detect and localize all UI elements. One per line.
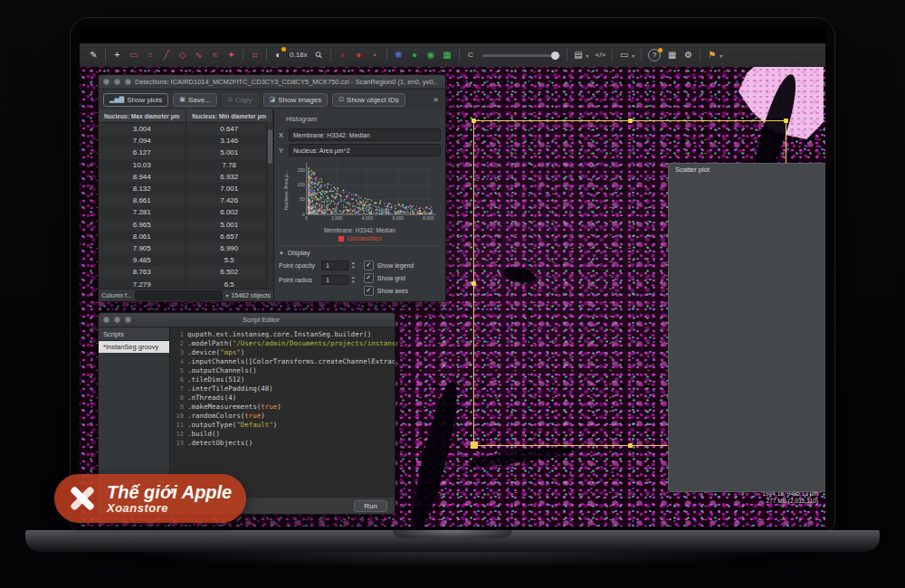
polygon-tool-icon[interactable]: ◇ xyxy=(177,49,187,62)
measurement-tables-icon-caret[interactable]: ▾ xyxy=(586,52,589,59)
rectangle-tool-icon[interactable]: ▭ xyxy=(129,49,138,62)
analysis-pane-icon[interactable]: ▦ xyxy=(667,49,677,62)
checkbox-icon[interactable]: ✓ xyxy=(364,273,374,283)
show-pixel-classification-icon[interactable]: ▦ xyxy=(443,49,452,62)
display-section-header[interactable]: ▼ Display xyxy=(279,245,441,257)
ellipse-tool-icon[interactable]: ○ xyxy=(145,49,155,62)
code-line[interactable]: 9 .makeMeasurements(true) xyxy=(170,403,395,412)
table-row[interactable]: 9.4855.5 xyxy=(99,254,273,266)
code-line[interactable]: 3 .device("mps") xyxy=(170,348,395,357)
code-line[interactable]: 8 .nThreads(4) xyxy=(170,394,395,403)
opacity-slider[interactable] xyxy=(482,54,560,57)
column-header[interactable]: Nucleus: Min diameter µm xyxy=(186,109,274,122)
measurement-tables-icon[interactable]: ▤ xyxy=(574,49,584,62)
table-row[interactable]: 7.9056.990 xyxy=(99,242,273,254)
show-detections-icon[interactable]: ❋ xyxy=(394,49,404,62)
point-opacity-spinner[interactable]: ▲▼ xyxy=(351,261,355,270)
table-row[interactable]: 6.1275.001 xyxy=(99,147,273,158)
table-row[interactable]: 8.1327.001 xyxy=(99,183,273,194)
selection-handle[interactable] xyxy=(628,119,633,123)
preferences-icon[interactable]: ⚙ xyxy=(683,49,693,62)
display-settings-icon-caret[interactable]: ▾ xyxy=(632,52,634,59)
checkbox-show-legend[interactable]: ✓Show legend xyxy=(364,261,441,270)
zoom-to-fit-icon[interactable]: ⚲ xyxy=(310,47,327,63)
brush-tool-icon[interactable]: ≈ xyxy=(210,49,220,62)
table-row[interactable]: 7.2816.002 xyxy=(99,206,273,218)
table-row[interactable]: 6.9655.001 xyxy=(99,219,273,231)
close-button[interactable] xyxy=(103,317,110,323)
code-line[interactable]: 13 .detectObjects() xyxy=(170,439,395,448)
script-editor-icon[interactable]: </> xyxy=(595,49,606,62)
code-line[interactable]: 7 .interTilePadding(48) xyxy=(170,384,395,394)
show-tma-grid-icon[interactable]: ▪ xyxy=(370,49,380,62)
table-row[interactable]: 10.037.78 xyxy=(99,159,273,171)
polyline-tool-icon[interactable]: ∿ xyxy=(194,49,204,62)
minimize-button[interactable] xyxy=(114,317,120,323)
pin-tool-icon-caret[interactable]: ▾ xyxy=(719,52,722,59)
column-header[interactable]: Nucleus: Max diameter µm xyxy=(99,109,186,122)
points-tool-icon[interactable]: ⠶ xyxy=(250,49,260,62)
zoom-button[interactable] xyxy=(125,317,131,323)
fill-annotations-icon[interactable]: ● xyxy=(354,49,364,62)
tab-histogram[interactable]: Histogram xyxy=(279,112,324,126)
display-settings-icon[interactable]: ▭ xyxy=(619,49,629,62)
line-tool-icon[interactable]: ╱ xyxy=(161,49,171,62)
point-opacity-input[interactable]: 1 xyxy=(321,261,348,270)
copy-button[interactable]: ⧉Copy xyxy=(222,93,259,107)
script-list-item[interactable]: *InstanSeg.groovy xyxy=(99,341,169,353)
minimize-button[interactable] xyxy=(114,79,120,85)
table-row[interactable]: 8.9446.932 xyxy=(99,171,273,183)
code-line[interactable]: 2 .modelPath("/Users/admin/Documents/pro… xyxy=(170,339,395,348)
selection-mode-icon[interactable]: + xyxy=(112,49,122,62)
run-button[interactable]: Run xyxy=(354,500,387,512)
checkbox-icon[interactable]: ✓ xyxy=(364,261,374,270)
classifier-letter[interactable]: C xyxy=(466,49,476,62)
code-line[interactable]: 5 .outputChannels() xyxy=(170,366,395,375)
move-tool-icon[interactable]: ✎ xyxy=(89,49,99,62)
point-radius-input[interactable]: 1 xyxy=(321,275,348,285)
code-line[interactable]: 6 .tileDims(512) xyxy=(170,375,395,384)
show-annotations-icon[interactable]: ● xyxy=(338,49,348,62)
close-button[interactable] xyxy=(103,79,110,85)
table-row[interactable]: 3.0040.647 xyxy=(99,123,273,135)
code-line[interactable]: 12 .build() xyxy=(170,430,395,439)
y-axis-select[interactable]: Nucleus: Area µm^2 xyxy=(289,144,441,156)
code-line[interactable]: 1qupath.ext.instanseg.core.InstanSeg.bui… xyxy=(170,330,395,339)
pin-tool-icon[interactable]: ⚑ xyxy=(707,49,717,62)
table-row[interactable]: 8.0616.657 xyxy=(99,231,273,242)
checkbox-show-grid[interactable]: ✓Show grid xyxy=(364,273,441,283)
tab-scatter-plot[interactable]: Scatter plot xyxy=(668,163,825,492)
show-object-ids-button[interactable]: ⊡Show object IDs xyxy=(332,93,405,107)
selection-handle[interactable] xyxy=(472,281,476,286)
point-radius-spinner[interactable]: ▲▼ xyxy=(351,276,355,284)
code-line[interactable]: 11 .outputType("Default") xyxy=(170,421,395,430)
code-line[interactable]: 4 .inputChannels([ColorTransforms.create… xyxy=(170,357,395,366)
wand-tool-icon[interactable]: ✦ xyxy=(226,49,236,62)
script-editor-titlebar[interactable]: Script Editor xyxy=(99,313,395,327)
selection-handle[interactable] xyxy=(628,443,633,448)
fill-detections-icon[interactable]: ● xyxy=(410,49,420,62)
show-plots-button[interactable]: ▂▅▇Show plots xyxy=(103,93,168,107)
table-row[interactable]: 7.2796.5 xyxy=(99,278,273,289)
show-images-button[interactable]: ◪Show images xyxy=(263,93,329,107)
detections-titlebar[interactable]: Detections: ICAIRD1014_MCM2FITC_CD3CY3_C… xyxy=(99,75,445,90)
table-row[interactable]: 8.7636.502 xyxy=(99,266,273,278)
save-button[interactable]: ▣Save... xyxy=(173,93,217,107)
code-line[interactable]: 10 .randomColors(true) xyxy=(170,412,395,421)
checkbox-show-axes[interactable]: ✓Show axes xyxy=(364,286,441,296)
selection-handle[interactable] xyxy=(784,119,788,123)
toolbar-overflow-button[interactable]: » xyxy=(433,95,441,104)
filter-dropdown-icon[interactable]: ▾ xyxy=(225,292,228,299)
zoom-button[interactable] xyxy=(125,79,131,85)
brightness-contrast-icon[interactable]: ◐ xyxy=(273,49,283,62)
help-icon[interactable]: ? xyxy=(648,49,661,62)
show-connections-icon[interactable]: ◉ xyxy=(426,49,436,62)
table-row[interactable]: 7.0943.146 xyxy=(99,135,273,147)
table-row[interactable]: 8.6617.426 xyxy=(99,194,273,206)
code-editor[interactable]: 1qupath.ext.instanseg.core.InstanSeg.bui… xyxy=(170,327,395,498)
table-scrollbar[interactable] xyxy=(266,122,273,289)
x-axis-select[interactable]: Membrane: H3342: Median xyxy=(289,128,441,141)
selection-handle[interactable] xyxy=(471,441,478,449)
column-filter-input[interactable] xyxy=(135,290,224,300)
checkbox-icon[interactable]: ✓ xyxy=(364,286,374,296)
